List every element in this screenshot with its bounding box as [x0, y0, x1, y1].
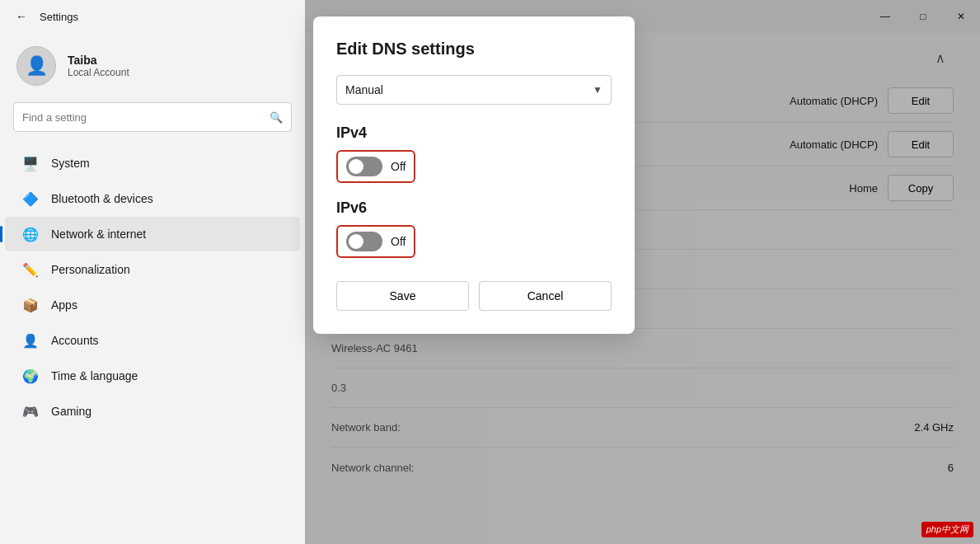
ipv4-section: IPv4 Off: [336, 124, 612, 183]
sidebar-item-label: Bluetooth & devices: [51, 192, 153, 205]
personalization-icon: ✏️: [21, 260, 40, 279]
bluetooth-icon: 🔷: [21, 190, 40, 208]
save-button[interactable]: Save: [336, 281, 469, 311]
ipv6-toggle-label: Off: [391, 235, 406, 248]
ipv4-toggle-label: Off: [391, 160, 406, 173]
gaming-icon: 🎮: [21, 402, 40, 420]
avatar: 👤: [16, 46, 56, 86]
modal-overlay: Edit DNS settings Manual ▼ IPv4 Off IPv6: [305, 0, 980, 544]
user-type: Local Account: [68, 67, 129, 78]
sidebar-item-label: Apps: [51, 298, 77, 312]
user-info: Taiba Local Account: [68, 54, 129, 78]
search-icon: 🔍: [270, 111, 283, 124]
ipv6-label: IPv6: [336, 199, 612, 217]
sidebar-item-apps[interactable]: 📦 Apps: [5, 288, 300, 322]
ipv6-section: IPv6 Off: [336, 199, 612, 258]
search-container: 🔍: [0, 102, 305, 145]
sidebar-item-label: Time & language: [51, 369, 138, 382]
ipv6-toggle-container: Off: [336, 225, 415, 258]
sidebar-item-time[interactable]: 🌍 Time & language: [5, 359, 300, 393]
network-icon: 🌐: [21, 225, 40, 243]
dns-mode-dropdown[interactable]: Manual ▼: [336, 75, 612, 105]
ipv4-toggle-container: Off: [336, 150, 415, 183]
chevron-down-icon: ▼: [593, 84, 603, 96]
sidebar-item-label: Network & internet: [51, 227, 146, 241]
apps-icon: 📦: [21, 296, 40, 314]
sidebar-item-bluetooth[interactable]: 🔷 Bluetooth & devices: [5, 181, 300, 216]
sidebar-item-label: Gaming: [51, 405, 91, 418]
user-name: Taiba: [68, 54, 129, 67]
sidebar-item-personalization[interactable]: ✏️ Personalization: [5, 252, 300, 287]
dropdown-value: Manual: [345, 83, 383, 96]
ipv4-label: IPv4: [336, 124, 612, 142]
sidebar-item-network[interactable]: 🌐 Network & internet: [5, 217, 300, 251]
modal-title: Edit DNS settings: [336, 40, 612, 59]
watermark: php中文网: [921, 522, 973, 537]
toggle-knob: [349, 159, 363, 174]
ipv6-toggle[interactable]: [346, 232, 382, 251]
time-icon: 🌍: [21, 367, 40, 385]
ipv4-toggle[interactable]: [346, 157, 382, 176]
sidebar-item-label: Personalization: [51, 263, 130, 276]
modal-footer: Save Cancel: [336, 281, 612, 311]
sidebar-item-accounts[interactable]: 👤 Accounts: [5, 323, 300, 358]
sidebar-item-label: Accounts: [51, 334, 99, 347]
search-box[interactable]: 🔍: [13, 102, 292, 132]
sidebar-item-system[interactable]: 🖥️ System: [5, 146, 300, 181]
toggle-knob: [349, 234, 363, 249]
back-button[interactable]: ←: [10, 5, 33, 28]
sidebar: 👤 Taiba Local Account 🔍 🖥️ System 🔷 Blue…: [0, 33, 305, 544]
system-icon: 🖥️: [21, 154, 40, 172]
accounts-icon: 👤: [21, 331, 40, 349]
search-input[interactable]: [22, 111, 263, 124]
sidebar-item-label: System: [51, 157, 90, 170]
sidebar-item-gaming[interactable]: 🎮 Gaming: [5, 394, 300, 429]
user-profile: 👤 Taiba Local Account: [0, 33, 305, 102]
sidebar-nav: 🖥️ System 🔷 Bluetooth & devices 🌐 Networ…: [0, 146, 305, 429]
edit-dns-modal: Edit DNS settings Manual ▼ IPv4 Off IPv6: [313, 16, 635, 334]
titlebar-title: Settings: [40, 11, 78, 23]
cancel-button[interactable]: Cancel: [479, 281, 612, 311]
